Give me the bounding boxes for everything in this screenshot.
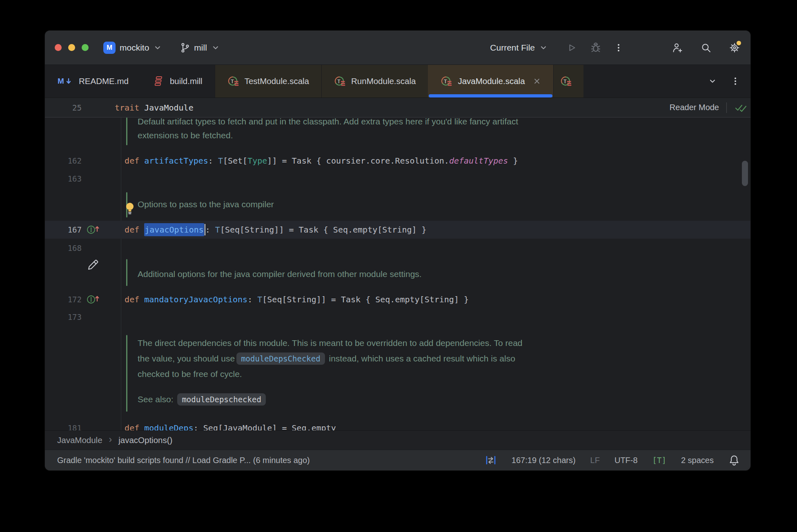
line-ending-selector[interactable]: LF [590, 456, 600, 465]
maximize-window-button[interactable] [82, 44, 89, 51]
branch-name: mill [194, 43, 207, 53]
svg-text:T: T [337, 78, 341, 84]
code-text: def mandatoryJavacOptions: T[Seq[String]… [115, 290, 469, 308]
line-number[interactable]: 162 [45, 152, 82, 170]
code-text: See also: moduleDepschecked [138, 390, 267, 408]
caret-position[interactable]: 167:19 (12 chars) [512, 456, 576, 465]
editor-line[interactable]: 181 def moduleDeps: Seq[JavaModule] = Se… [45, 419, 750, 430]
override-icon[interactable]: I [86, 294, 102, 305]
line-number[interactable]: 173 [45, 308, 82, 326]
settings-button[interactable] [728, 42, 741, 54]
editor-line[interactable]: 172I def mandatoryJavacOptions: T[Seq[St… [45, 290, 750, 308]
editor-line[interactable]: 168 [45, 239, 750, 257]
status-bar: Gradle 'mockito' build scripts found // … [45, 450, 750, 470]
svg-text:I: I [90, 297, 92, 303]
editor-line[interactable]: checked to be free of cycle. [45, 365, 750, 383]
inline-code-reference: moduleDepsChecked [236, 352, 325, 365]
line-number[interactable]: 172 [45, 290, 82, 308]
line-number[interactable]: 163 [45, 170, 82, 188]
doc-comment-bar [126, 259, 127, 286]
minimize-window-button[interactable] [68, 44, 75, 51]
tab-label: build.mill [170, 76, 203, 86]
breadcrumb-item-class[interactable]: JavaModule [57, 435, 102, 445]
inline-code-reference: moduleDepschecked [177, 393, 265, 406]
editor-line[interactable]: Options to pass to the java compiler [45, 195, 750, 213]
selected-text: javacOptions [144, 223, 204, 236]
sticky-keyword: trait [115, 103, 139, 113]
code-text: checked to be free of cycle. [138, 365, 242, 383]
chevron-down-icon [211, 43, 220, 52]
mill-icon [153, 75, 165, 87]
trait-icon: T [227, 75, 239, 87]
scrollbar-thumb[interactable] [742, 161, 748, 186]
editor-line[interactable]: 167I def javacOptions: T[Seq[String]] = … [45, 221, 750, 239]
breadcrumb: JavaModule › javacOptions() [45, 430, 750, 450]
code-text: def moduleDeps: Seq[JavaModule] = Seq.em… [115, 419, 336, 430]
override-icon[interactable]: I [86, 224, 102, 235]
project-name: mockito [120, 43, 149, 53]
editor-tab-RunModule.scala[interactable]: TRunModule.scala [321, 65, 428, 98]
more-actions-button[interactable] [614, 42, 623, 53]
svg-text:M: M [58, 77, 64, 85]
svg-text:T: T [444, 78, 447, 84]
tab-options-button[interactable] [731, 76, 740, 86]
run-button[interactable] [566, 42, 577, 53]
editor-line[interactable]: See also: moduleDepschecked [45, 390, 750, 408]
swap-arrows-icon[interactable] [485, 454, 497, 466]
status-message[interactable]: Gradle 'mockito' build scripts found // … [57, 456, 310, 465]
debug-button[interactable] [590, 42, 602, 54]
editor-tab-JavaModule.scala[interactable]: TJavaModule.scala [428, 65, 553, 98]
editor-line[interactable]: extensions to be fetched. [45, 126, 750, 144]
notifications-bell-icon[interactable] [728, 454, 740, 466]
svg-text:I: I [90, 227, 92, 233]
pencil-icon[interactable] [87, 259, 99, 271]
line-number[interactable]: 167 [45, 221, 82, 239]
lightbulb-icon[interactable] [124, 202, 136, 215]
project-widget[interactable]: M mockito [103, 42, 162, 54]
doc-comment-bar [126, 335, 127, 412]
search-everywhere-button[interactable] [700, 42, 712, 54]
project-icon: M [103, 42, 116, 54]
scope-indicator[interactable]: [T] [652, 456, 666, 465]
sticky-line-header[interactable]: 25 trait JavaModule Reader Mode [45, 98, 750, 117]
editor-tab-bar: MREADME.mdbuild.millTTestModule.scalaTRu… [45, 65, 750, 98]
title-bar: M mockito mill Current File [45, 31, 750, 65]
code-text: def javacOptions: T[Seq[String]] = Task … [115, 221, 427, 239]
encoding-selector[interactable]: UTF-8 [614, 456, 638, 465]
svg-text:T: T [231, 78, 234, 84]
run-configuration-selector[interactable]: Current File [490, 43, 548, 53]
reader-mode-widget: Reader Mode [670, 98, 747, 117]
trait-icon: T [560, 75, 572, 87]
editor-line[interactable]: 173 [45, 308, 750, 326]
line-number[interactable]: 168 [45, 239, 82, 257]
close-icon[interactable] [533, 77, 541, 85]
tab-label: TestModule.scala [245, 76, 309, 86]
code-with-me-add-user-button[interactable] [671, 42, 683, 54]
editor-line[interactable]: 163 [45, 170, 750, 188]
close-window-button[interactable] [55, 44, 62, 51]
hidden-tabs-chevron-button[interactable] [708, 77, 717, 86]
reader-mode-label[interactable]: Reader Mode [670, 103, 719, 112]
indent-selector[interactable]: 2 spaces [681, 456, 714, 465]
markdown-icon: M [57, 76, 73, 86]
ide-window: M mockito mill Current File [45, 31, 750, 470]
editor-tab-TestModule.scala[interactable]: TTestModule.scala [215, 65, 321, 98]
line-number[interactable]: 181 [45, 419, 82, 430]
editor-tab-README.md[interactable]: MREADME.md [45, 65, 141, 98]
editor-line[interactable]: 162 def artifactTypes: T[Set[Type]] = Ta… [45, 152, 750, 170]
editor-tab-overflow[interactable]: T [553, 65, 583, 98]
trait-icon: T [440, 75, 452, 87]
chevron-down-icon [539, 43, 548, 52]
editor-line[interactable]: Additional options for the java compiler… [45, 265, 750, 283]
window-controls [55, 44, 89, 51]
git-branch-icon [180, 42, 190, 53]
inspections-ok-check-icon[interactable] [734, 102, 747, 113]
vcs-branch-widget[interactable]: mill [180, 42, 220, 53]
editor-tab-build.mill[interactable]: build.mill [141, 65, 215, 98]
code-text: extensions to be fetched. [138, 126, 233, 144]
tab-label: JavaModule.scala [458, 76, 525, 86]
trait-icon: T [334, 75, 346, 87]
breadcrumb-item-member[interactable]: javacOptions() [118, 435, 172, 445]
sticky-trait-name: JavaModule [139, 103, 193, 113]
editor-pane[interactable]: Default artifact types to fetch and put … [45, 117, 750, 430]
